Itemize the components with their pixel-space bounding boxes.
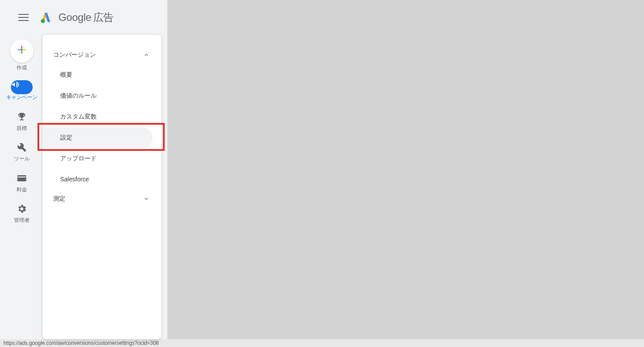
icon-rail: 作成 キャンペーン 目標 ツール 料金 管理者 (0, 35, 44, 339)
rail-item-create[interactable]: 作成 (0, 39, 44, 71)
rail-label-billing: 料金 (17, 187, 27, 193)
panel-item-overview-label: 概要 (60, 71, 72, 78)
rail-label-campaign: キャンペーン (6, 94, 37, 100)
product-logo[interactable]: Google広告 (40, 10, 114, 24)
nav-panel: コンバージョン 概要 価値のルール カスタム変数 設定 アップロード Sales… (43, 35, 161, 339)
panel-item-value-rules-label: 価値のルール (60, 92, 97, 99)
rail-label-admin: 管理者 (14, 217, 30, 223)
panel-item-salesforce[interactable]: Salesforce (43, 169, 161, 189)
rail-item-tools[interactable]: ツール (0, 141, 44, 162)
menu-icon[interactable] (18, 12, 29, 23)
billing-icon (15, 172, 28, 185)
status-bar: https://ads.google.com/aw/conversions/cu… (0, 339, 644, 347)
rail-label-create: 作成 (17, 65, 27, 71)
campaign-icon-pill (11, 80, 33, 94)
panel-item-overview[interactable]: 概要 (43, 65, 161, 85)
header: Google広告 (0, 0, 167, 35)
rail-label-tools: ツール (14, 156, 30, 162)
rail-item-billing[interactable]: 料金 (0, 172, 44, 193)
status-url: https://ads.google.com/aw/conversions/cu… (3, 340, 159, 346)
panel-item-custom-vars-label: カスタム変数 (60, 113, 97, 120)
panel-item-salesforce-label: Salesforce (60, 176, 89, 183)
rail-item-goals[interactable]: 目標 (0, 110, 44, 131)
panel-item-custom-vars[interactable]: カスタム変数 (43, 106, 161, 127)
section-conversion-label: コンバージョン (53, 51, 96, 59)
product-title: Google広告 (58, 10, 114, 24)
section-measurement[interactable]: 測定 (43, 189, 161, 208)
megaphone-icon (11, 80, 20, 89)
panel-item-settings-label: 設定 (60, 134, 72, 141)
section-measurement-label: 測定 (53, 195, 65, 203)
tools-icon (15, 141, 28, 154)
plus-icon (16, 44, 27, 58)
panel-item-upload-label: アップロード (60, 155, 97, 162)
chevron-down-icon (142, 194, 151, 203)
create-button-circle (10, 39, 34, 63)
google-ads-icon (40, 11, 52, 24)
section-conversion[interactable]: コンバージョン (43, 45, 161, 65)
svg-point-0 (41, 19, 45, 23)
gear-icon (15, 202, 28, 215)
rail-label-goals: 目標 (17, 125, 27, 131)
panel-item-upload[interactable]: アップロード (43, 148, 161, 169)
trophy-icon (15, 110, 28, 123)
panel-item-settings[interactable]: 設定 (43, 127, 153, 148)
rail-item-admin[interactable]: 管理者 (0, 202, 44, 223)
rail-item-campaign[interactable]: キャンペーン (0, 80, 44, 100)
chevron-up-icon (142, 51, 151, 59)
panel-item-value-rules[interactable]: 価値のルール (43, 85, 161, 106)
main-content (167, 0, 644, 339)
